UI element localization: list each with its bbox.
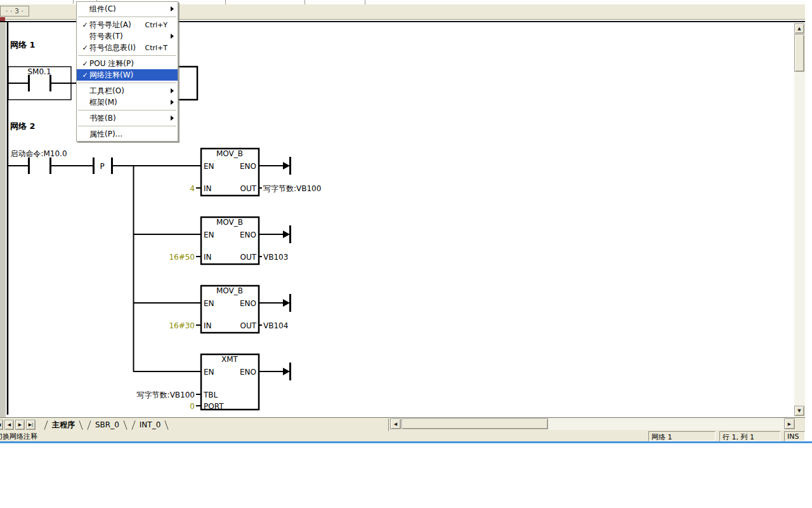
network2-label: 网络 2: [10, 121, 36, 131]
port-value: 0: [190, 402, 195, 411]
block-title: XMT: [221, 355, 239, 364]
submenu-arrow-icon: [171, 34, 174, 39]
continuation-arrow-icon: [283, 368, 290, 375]
mov-b-block-3[interactable]: MOV_B EN ENO 16#30 IN OUT VB104: [169, 286, 291, 333]
tab-slant: [79, 420, 82, 429]
check-icon: ✓: [81, 60, 89, 68]
out-pin-label: OUT: [240, 184, 256, 193]
toolbar-tick: [225, 0, 226, 4]
eno-pin-label: ENO: [240, 162, 256, 171]
menu-item-components[interactable]: 组件(C): [77, 3, 178, 15]
tbl-pin-label: TBL: [203, 391, 218, 399]
scroll-left-button[interactable]: ◀: [390, 418, 401, 429]
scroll-down-button[interactable]: ▼: [794, 406, 804, 416]
submenu-arrow-icon: [171, 100, 174, 105]
view-context-menu: 组件(C) ✓ 符号寻址(A) Ctrl+Y 符号表(T) ✓ 符号信息表(I)…: [76, 1, 178, 142]
check-icon: ✓: [81, 71, 89, 79]
horizontal-scrollbar[interactable]: ◀ ▶: [390, 418, 796, 430]
mov-b-block-2[interactable]: MOV_B EN ENO 16#50 IN OUT VB103: [169, 217, 291, 264]
tab-slant: [87, 420, 91, 429]
menu-separator: [78, 55, 176, 56]
toolbar-tick: [73, 0, 74, 4]
tab-first-button[interactable]: |◀: [0, 420, 3, 430]
eno-pin-label: ENO: [240, 368, 256, 377]
port-pin-label: PORT: [204, 402, 224, 411]
right-margin: [805, 0, 812, 441]
out-pin-label: OUT: [240, 253, 256, 262]
continuation-arrow-icon: [283, 299, 290, 307]
contact-operand: SM0.1: [27, 67, 51, 76]
menu-separator: [78, 110, 176, 110]
continuation-arrow-icon: [283, 162, 290, 170]
block-title: MOV_B: [216, 149, 243, 158]
tab-int0[interactable]: INT_0: [138, 420, 162, 429]
tab-sbr0[interactable]: SBR_0: [93, 420, 121, 429]
menu-separator: [78, 83, 176, 83]
in-pin-label: IN: [204, 184, 212, 193]
contact-operand: 启动命令:M10.0: [10, 149, 67, 158]
en-pin-label: EN: [204, 368, 214, 377]
tab-slant: [165, 420, 169, 429]
status-cursor-position-panel: 行 1, 列 1: [719, 431, 780, 441]
submenu-arrow-icon: [171, 116, 174, 121]
menu-item-bookmarks[interactable]: 书签(B): [77, 112, 178, 124]
in-pin-label: IN: [204, 321, 212, 330]
check-icon: ✓: [81, 21, 89, 29]
status-message: 切换网络注释: [0, 432, 76, 441]
eno-pin-label: ENO: [240, 231, 256, 239]
editor-left-margin: [0, 22, 6, 417]
menu-item-symbol-table[interactable]: 符号表(T): [77, 30, 178, 42]
in-value: 16#30: [169, 321, 195, 330]
out-operand: VB103: [263, 253, 288, 262]
mov-b-block-1[interactable]: MOV_B EN ENO 4 IN OUT 写字节数:VB100: [190, 149, 321, 196]
tab-main-program[interactable]: 主程序: [50, 420, 77, 431]
submenu-arrow-icon: [171, 88, 174, 93]
xmt-block[interactable]: XMT EN ENO 写字节数:VB100 TBL 0 PORT: [137, 354, 291, 411]
menu-item-network-comment[interactable]: ✓ 网络注释(W): [77, 69, 178, 81]
continuation-arrow-icon: [283, 231, 290, 238]
status-bar: 切换网络注释 网络 1 行 1, 列 1 INS: [0, 431, 805, 441]
in-value: 16#50: [169, 253, 195, 262]
horizontal-scroll-thumb[interactable]: [402, 418, 548, 429]
tab-prev-button[interactable]: ◀: [4, 420, 14, 430]
window-bottom-accent: [0, 441, 812, 443]
status-network-panel: 网络 1: [648, 431, 716, 441]
tab-nav-buttons: |◀ ◀ ▶ ▶|: [0, 420, 36, 430]
menu-separator: [78, 17, 176, 17]
en-pin-label: EN: [204, 299, 214, 308]
block-title: MOV_B: [216, 218, 243, 227]
pou-tabs: 主程序 SBR_0 INT_0: [42, 418, 171, 432]
out-pin-label: OUT: [240, 321, 256, 330]
status-insert-mode-panel: INS: [784, 431, 805, 441]
menu-item-symbol-info-table[interactable]: ✓ 符号信息表(I) Ctrl+T: [77, 42, 178, 53]
check-icon: ✓: [81, 44, 89, 52]
menu-separator: [78, 126, 176, 126]
tab-slant: [131, 420, 135, 429]
scroll-right-button[interactable]: ▶: [784, 418, 795, 429]
vertical-scrollbar[interactable]: ▲ ▼: [794, 23, 805, 417]
scroll-up-button[interactable]: ▲: [794, 23, 804, 34]
toolbar-tick: [365, 0, 365, 4]
tab-slant: [123, 420, 127, 429]
edge-contact-label: P: [100, 162, 104, 171]
menu-item-toolbars[interactable]: 工具栏(O): [77, 85, 178, 97]
page-indicator-box[interactable]: · · 3 ·: [0, 6, 29, 17]
tab-last-button[interactable]: ▶|: [26, 420, 36, 430]
menu-item-properties[interactable]: 属性(P)...: [77, 128, 178, 140]
pou-tab-strip: |◀ ◀ ▶ ▶| 主程序 SBR_0 INT_0 ◀ ▶: [0, 417, 805, 431]
tab-next-button[interactable]: ▶: [15, 420, 25, 430]
block-title: MOV_B: [216, 286, 243, 295]
out-operand: VB104: [263, 321, 288, 330]
in-pin-label: IN: [204, 253, 212, 262]
en-pin-label: EN: [204, 162, 214, 171]
menu-item-pou-comment[interactable]: ✓ POU 注释(P): [77, 58, 178, 69]
toolbar-tick: [304, 0, 305, 4]
tabstrip-divider: [388, 418, 389, 431]
menu-item-frame[interactable]: 框架(M): [77, 97, 178, 108]
out-operand: 写字节数:VB100: [263, 184, 321, 193]
en-pin-label: EN: [204, 231, 214, 239]
app-window: · · 3 · 网络 1 SM0.1 网络 2 启动命令:M10.0: [0, 0, 812, 508]
eno-pin-label: ENO: [240, 299, 256, 308]
vertical-scroll-thumb[interactable]: [794, 34, 804, 72]
menu-item-symbolic-addressing[interactable]: ✓ 符号寻址(A) Ctrl+Y: [77, 19, 178, 30]
